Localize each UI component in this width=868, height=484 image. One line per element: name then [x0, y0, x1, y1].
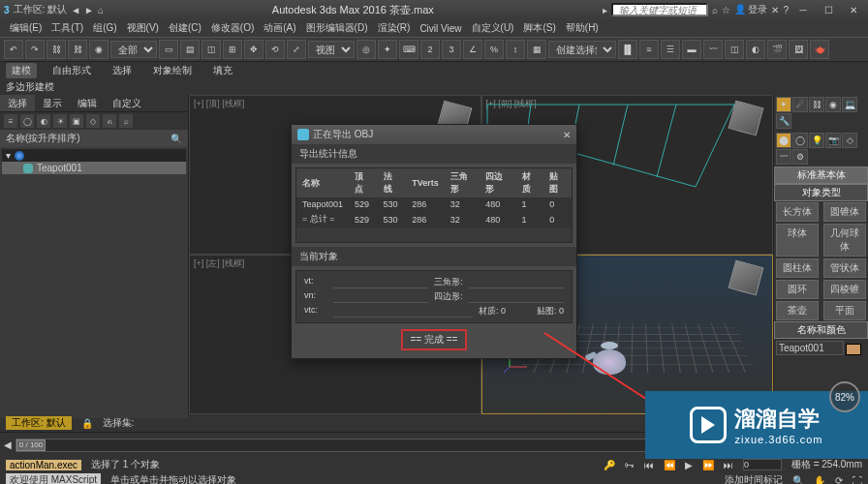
status-workspace[interactable]: 工作区: 默认: [6, 416, 72, 430]
menu-modifier[interactable]: 修改器(O): [207, 19, 258, 37]
name-color-rollout[interactable]: 名称和颜色: [774, 321, 868, 339]
align-button[interactable]: ≡: [639, 40, 659, 59]
explorer-shape-icon[interactable]: ◐: [37, 114, 50, 128]
ribbon-freeform-tab[interactable]: 自由形式: [46, 63, 97, 78]
create-tab-icon[interactable]: ✦: [776, 97, 791, 112]
explorer-helper-icon[interactable]: ◇: [86, 114, 100, 128]
rendered-frame-button[interactable]: 🖼: [789, 40, 808, 59]
rotate-button[interactable]: ⟲: [265, 40, 285, 59]
btn-pyramid[interactable]: 四棱锥: [823, 280, 866, 299]
btn-plane[interactable]: 平面: [823, 301, 866, 320]
nav-arrow-left-icon[interactable]: ◄: [71, 5, 80, 15]
menu-custom[interactable]: 自定义(U): [468, 19, 518, 37]
btn-tube[interactable]: 管状体: [823, 258, 866, 278]
explorer-geom-icon[interactable]: ◯: [20, 114, 34, 128]
modify-tab-icon[interactable]: ☄: [792, 97, 808, 112]
obj-type-rollout[interactable]: 对象类型: [774, 184, 868, 201]
undo-button[interactable]: ↶: [4, 40, 23, 59]
lock-icon[interactable]: 🔒: [81, 418, 93, 429]
motion-tab-icon[interactable]: ◉: [825, 97, 841, 112]
keyboard-shortcut-button[interactable]: ⌨: [399, 40, 418, 59]
workspace-label[interactable]: 工作区: 默认: [14, 3, 68, 16]
light-category-icon[interactable]: 💡: [809, 133, 824, 148]
ribbon-modeling-tab[interactable]: 建模: [6, 63, 37, 78]
btn-sphere[interactable]: 球体: [776, 224, 819, 257]
search-icon[interactable]: ⌕: [712, 5, 718, 15]
object-name-input[interactable]: [776, 341, 844, 355]
shape-category-icon[interactable]: ◯: [792, 133, 808, 148]
angle-snap-button[interactable]: ∠: [463, 40, 482, 59]
menu-view[interactable]: 视图(V): [123, 19, 163, 37]
explorer-teapot-item[interactable]: Teapot001: [2, 162, 186, 174]
teapot-model[interactable]: [589, 340, 630, 375]
manipulate-button[interactable]: ✦: [378, 40, 397, 59]
hierarchy-tab-icon[interactable]: ⛓: [809, 97, 824, 112]
link-button[interactable]: ⛓: [46, 40, 66, 59]
ribbon-poly-label[interactable]: 多边形建模: [6, 80, 54, 94]
refcoord-dropdown[interactable]: 视图: [308, 41, 355, 58]
nav-zoom-icon[interactable]: 🔍: [792, 475, 804, 485]
primitive-dropdown[interactable]: 标准基本体: [774, 166, 868, 184]
select-region-button[interactable]: ◫: [202, 40, 221, 59]
help-icon[interactable]: ?: [783, 5, 789, 15]
render-setup-button[interactable]: 🎬: [767, 40, 787, 59]
exchange-icon[interactable]: ✕: [771, 5, 779, 15]
viewport-top-label[interactable]: [+] [顶] [线框]: [194, 98, 244, 110]
select-button[interactable]: ▭: [159, 40, 178, 59]
snap-2d-button[interactable]: 2: [420, 40, 440, 59]
current-frame-input[interactable]: [743, 459, 782, 470]
bind-button[interactable]: ◉: [89, 40, 108, 59]
ribbon-select-tab[interactable]: 选择: [107, 63, 138, 78]
viewcube-persp-icon[interactable]: [728, 260, 764, 296]
nav-max-icon[interactable]: ⛶: [852, 475, 862, 485]
play-start-icon[interactable]: ⏮: [644, 460, 654, 470]
render-button[interactable]: 🫖: [810, 40, 829, 59]
explorer-bone-icon[interactable]: ⎌: [103, 114, 116, 128]
percent-snap-button[interactable]: %: [484, 40, 504, 59]
play-prev-icon[interactable]: ⏪: [664, 460, 675, 470]
btn-cone[interactable]: 圆锥体: [823, 202, 866, 222]
explorer-tab-display[interactable]: 显示: [35, 95, 70, 111]
nav-pan-icon[interactable]: ✋: [814, 475, 825, 485]
play-button-icon[interactable]: ▶: [685, 460, 693, 470]
explorer-tab-edit[interactable]: 编辑: [70, 95, 105, 111]
window-cross-button[interactable]: ⊞: [223, 40, 242, 59]
spinner-snap-button[interactable]: ↕: [506, 40, 525, 59]
pivot-button[interactable]: ◎: [356, 40, 376, 59]
help-search-input[interactable]: [611, 3, 708, 16]
selection-filter-dropdown[interactable]: 全部: [110, 41, 157, 58]
ribbon-paint-tab[interactable]: 对象绘制: [147, 63, 198, 78]
dialog-close-button[interactable]: ✕: [563, 130, 571, 140]
dialog-titlebar[interactable]: 正在导出 OBJ ✕: [292, 125, 576, 144]
maximize-button[interactable]: ☐: [818, 2, 839, 17]
layer-button[interactable]: ☰: [661, 40, 680, 59]
unlink-button[interactable]: ⛓̷: [68, 40, 87, 59]
explorer-filter-icon[interactable]: ≡: [4, 114, 17, 128]
chevron-right-icon[interactable]: ▸: [603, 5, 607, 15]
explorer-search-icon[interactable]: ⌕: [119, 114, 133, 128]
menu-group[interactable]: 组(G): [89, 19, 120, 37]
menu-civilview[interactable]: Civil View: [416, 21, 465, 36]
viewport-left-label[interactable]: [+] [左] [线框]: [194, 257, 244, 270]
minimize-button[interactable]: ─: [792, 2, 814, 17]
btn-torus[interactable]: 圆环: [776, 280, 819, 299]
material-editor-button[interactable]: ◐: [746, 40, 765, 59]
move-button[interactable]: ✥: [244, 40, 264, 59]
explorer-cam-icon[interactable]: ▣: [70, 114, 83, 128]
timeline-prev-icon[interactable]: ◀: [4, 439, 12, 450]
menu-render[interactable]: 渲染(R): [374, 19, 415, 37]
menu-create[interactable]: 创建(C): [165, 19, 205, 37]
system-category-icon[interactable]: ⚙: [792, 149, 808, 165]
snap-3d-button[interactable]: 3: [442, 40, 461, 59]
explorer-light-icon[interactable]: ☀: [53, 114, 67, 128]
btn-teapot[interactable]: 茶壶: [776, 301, 819, 320]
scale-button[interactable]: ⤢: [287, 40, 306, 59]
explorer-world-item[interactable]: ▾: [2, 149, 186, 162]
utilities-tab-icon[interactable]: 🔧: [776, 113, 791, 129]
setkey-icon[interactable]: 🗝: [625, 460, 635, 470]
listener-welcome[interactable]: 欢迎使用 MAXScript: [6, 473, 101, 484]
explorer-search-btn-icon[interactable]: 🔍: [170, 134, 182, 144]
login-button[interactable]: 👤 登录: [734, 3, 768, 16]
menu-animation[interactable]: 动画(A): [260, 19, 299, 37]
world-expand-icon[interactable]: ▾: [6, 150, 11, 161]
